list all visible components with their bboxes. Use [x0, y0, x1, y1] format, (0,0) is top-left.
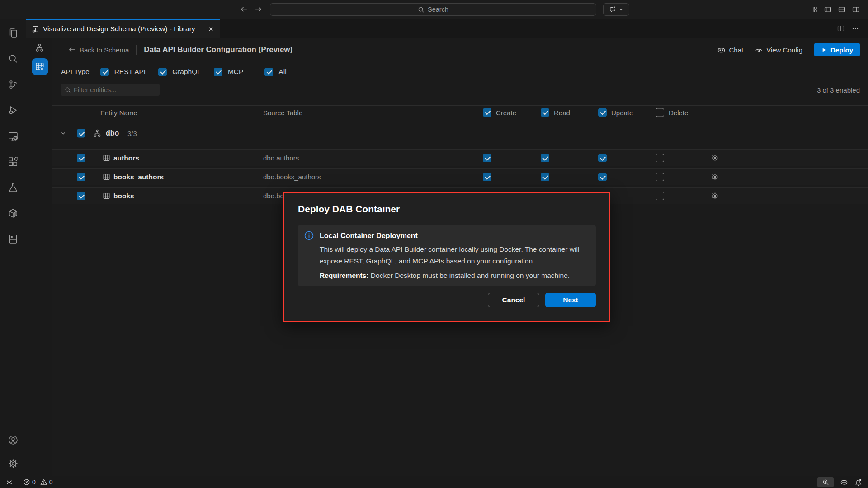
settings-gear-icon[interactable]	[8, 459, 18, 469]
column-entity-name: Entity Name	[100, 108, 137, 116]
error-icon	[23, 479, 30, 486]
column-source-table: Source Table	[263, 108, 302, 116]
entity-name: authors	[113, 150, 139, 166]
search-input[interactable]: Search	[270, 3, 596, 16]
toggle-panel-icon[interactable]	[838, 6, 845, 13]
nav-forward-icon[interactable]	[255, 5, 262, 13]
problems-indicator[interactable]: 0 0	[23, 479, 53, 486]
dialog-title: Deploy DAB Container	[298, 204, 400, 215]
create-checkbox[interactable]	[483, 154, 491, 162]
column-delete-checkbox[interactable]	[656, 108, 664, 117]
run-debug-icon[interactable]	[8, 105, 18, 115]
extensions-icon[interactable]	[8, 157, 18, 167]
requirements-text: Docker Desktop must be installed and run…	[371, 272, 570, 279]
api-type-filter-row: API Type REST API GraphQL MCP All	[61, 62, 299, 81]
delete-checkbox[interactable]	[656, 173, 664, 181]
back-to-schema-button[interactable]: Back to Schema	[68, 46, 129, 54]
remote-indicator-icon[interactable]	[5, 479, 13, 486]
info-requirements: Requirements: Docker Desktop must be ins…	[320, 270, 590, 282]
source-control-icon[interactable]	[8, 80, 18, 89]
nav-back-icon[interactable]	[240, 5, 248, 13]
create-checkbox[interactable]	[483, 173, 491, 181]
search-view-icon[interactable]	[8, 54, 18, 64]
tab-visualize-design-schema[interactable]: Visualize and Design Schema (Preview) - …	[26, 19, 220, 38]
warning-count: 0	[49, 479, 53, 486]
all-label: All	[278, 68, 286, 76]
split-editor-icon[interactable]	[837, 25, 844, 32]
entity-name: books	[113, 188, 134, 204]
testing-icon[interactable]	[8, 183, 18, 192]
account-icon[interactable]	[8, 435, 18, 445]
info-body: This will deploy a Data API Builder cont…	[320, 244, 590, 267]
row-select-checkbox[interactable]	[77, 154, 85, 162]
row-settings-gear-icon[interactable]	[711, 173, 719, 181]
zoom-status-button[interactable]	[817, 477, 834, 487]
schema-view-icon[interactable]	[35, 43, 44, 52]
api-type-separator	[257, 66, 257, 77]
toggle-primary-sidebar-icon[interactable]	[824, 6, 831, 13]
group-expand-chevron-icon[interactable]	[60, 130, 67, 137]
copilot-status-icon[interactable]	[840, 478, 848, 486]
row-settings-gear-icon[interactable]	[711, 192, 719, 200]
notifications-bell-icon[interactable]	[854, 479, 862, 486]
copilot-menu-button[interactable]	[603, 3, 629, 16]
graphql-checkbox[interactable]	[158, 68, 167, 76]
more-actions-icon[interactable]	[852, 25, 859, 32]
chevron-down-icon	[618, 7, 624, 12]
activity-bar	[0, 19, 26, 476]
deploy-button[interactable]: Deploy	[814, 43, 860, 56]
read-checkbox[interactable]	[541, 154, 549, 162]
next-button[interactable]: Next	[545, 293, 596, 307]
rest-api-label: REST API	[114, 68, 146, 76]
mcp-label: MCP	[228, 68, 243, 76]
back-label: Back to Schema	[80, 46, 129, 54]
delete-checkbox[interactable]	[656, 192, 664, 200]
container-cube-icon[interactable]	[8, 208, 18, 218]
play-icon	[821, 47, 827, 53]
filter-entities-box	[61, 84, 160, 96]
database-project-icon[interactable]	[8, 234, 18, 244]
source-table: dbo.authors	[263, 150, 299, 166]
editor-tab-bar: Visualize and Design Schema (Preview) - …	[26, 19, 868, 38]
preview-eye-icon	[755, 46, 763, 54]
update-checkbox[interactable]	[598, 173, 607, 181]
rest-api-checkbox[interactable]	[100, 68, 109, 76]
copilot-icon	[717, 46, 726, 54]
dab-config-view-icon[interactable]	[32, 58, 48, 75]
table-icon	[103, 173, 110, 181]
title-bar: Search	[0, 0, 868, 19]
info-box: Local Container Deployment This will dep…	[298, 225, 596, 286]
explorer-icon[interactable]	[8, 28, 18, 38]
group-checkbox[interactable]	[77, 129, 85, 138]
column-read-label: Read	[554, 108, 570, 116]
graphql-label: GraphQL	[172, 68, 201, 76]
remote-explorer-icon[interactable]	[8, 131, 18, 141]
column-update-label: Update	[611, 108, 633, 116]
read-checkbox[interactable]	[541, 173, 549, 181]
update-checkbox[interactable]	[598, 154, 607, 162]
row-select-checkbox[interactable]	[77, 192, 85, 200]
chat-button[interactable]: Chat	[717, 46, 744, 54]
filter-search-icon	[65, 87, 71, 93]
copilot-chat-icon	[609, 6, 616, 13]
table-icon	[103, 192, 110, 200]
close-icon[interactable]	[208, 26, 214, 33]
page-title: Data API Builder Configuration (Preview)	[144, 45, 292, 54]
column-read-checkbox[interactable]	[541, 108, 549, 117]
column-update-checkbox[interactable]	[598, 108, 607, 117]
entity-row: books_authors dbo.books_authors	[52, 168, 868, 185]
mcp-checkbox[interactable]	[214, 68, 222, 76]
delete-checkbox[interactable]	[656, 154, 664, 162]
filter-entities-input[interactable]	[74, 84, 156, 96]
cancel-button[interactable]: Cancel	[488, 293, 539, 307]
column-create-checkbox[interactable]	[483, 108, 491, 117]
toggle-secondary-sidebar-icon[interactable]	[852, 6, 859, 13]
customize-layout-icon[interactable]	[810, 6, 817, 13]
row-select-checkbox[interactable]	[77, 173, 85, 181]
row-settings-gear-icon[interactable]	[711, 154, 719, 162]
all-checkbox[interactable]	[264, 68, 273, 76]
schema-designer-icon	[32, 25, 39, 33]
entity-row: authors dbo.authors	[52, 149, 868, 166]
view-config-button[interactable]: View Config	[755, 46, 802, 54]
group-count: 3/3	[127, 130, 137, 137]
